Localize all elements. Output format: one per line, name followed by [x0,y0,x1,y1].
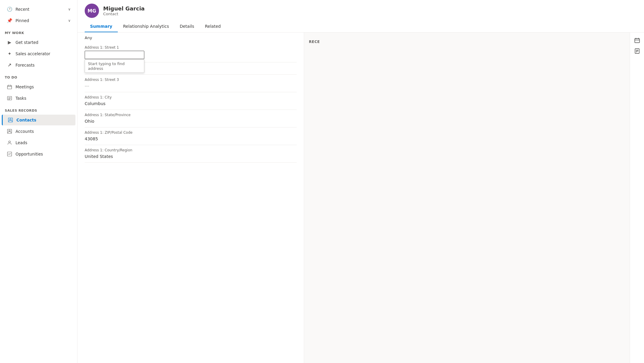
sidebar-item-meetings[interactable]: Meetings [2,81,75,92]
tasks-icon [7,95,13,101]
forecasts-icon: ↗ [7,62,13,68]
sidebar-item-contacts-label: Contacts [16,118,36,122]
sidebar-item-get-started[interactable]: ▶ Get started [2,37,75,48]
leads-icon [7,140,13,146]
svg-rect-0 [7,85,12,89]
pinned-icon: 📌 [7,18,13,24]
address1-zip-value: 43085 [85,136,297,142]
note-icon-button[interactable] [632,46,643,56]
address1-state-value: Ohio [85,118,297,124]
meetings-icon [7,84,13,90]
field-address1-city: Address 1: City Columbus [85,92,297,110]
contact-info: Miguel Garcia Contact [103,5,145,16]
avatar: MG [85,4,99,18]
field-address1-street3: Address 1: Street 3 --- [85,75,297,92]
sidebar-item-pinned-label: Pinned [16,18,29,23]
calendar-icon-button[interactable] [632,35,643,46]
any-label: Any [85,33,297,42]
address1-street3-value: --- [85,83,297,89]
chevron-down-icon: ∨ [68,19,71,23]
main-content: MG Miguel Garcia Contact Summary Relatio… [78,0,644,363]
sidebar-section-todo: To do [0,71,77,81]
sidebar-item-sales-accelerator[interactable]: ✦ Sales accelerator [2,48,75,59]
field-label-address1-zip: Address 1: ZIP/Postal Code [85,130,297,135]
autocomplete-hint: Start typing to find address [88,61,125,71]
tab-related[interactable]: Related [199,21,226,32]
field-address1-state: Address 1: State/Province Ohio [85,110,297,127]
recent-icon: 🕐 [7,6,13,12]
recent-section-label: RECE [309,37,625,46]
sidebar-item-pinned[interactable]: 📌 Pinned ∨ [2,15,75,26]
sidebar-item-tasks[interactable]: Tasks [2,93,75,104]
sidebar-item-leads[interactable]: Leads [2,137,75,148]
sidebar-item-opportunities-label: Opportunities [16,152,43,156]
sidebar-item-recent-label: Recent [16,7,30,12]
contact-header: MG Miguel Garcia Contact [85,4,637,18]
chevron-down-icon: ∨ [68,7,71,11]
sidebar-item-opportunities[interactable]: Opportunities [2,149,75,159]
opportunities-icon [7,151,13,157]
address1-country-value: United States [85,153,297,159]
svg-rect-14 [635,39,640,43]
accounts-icon [7,128,13,134]
sidebar-item-sales-accelerator-label: Sales accelerator [16,51,50,56]
sales-accelerator-icon: ✦ [7,51,13,57]
panel-right-narrow [630,33,644,363]
field-input-wrapper-street1: Start typing to find address [85,51,297,59]
tab-details[interactable]: Details [174,21,200,32]
field-address1-zip: Address 1: ZIP/Postal Code 43085 [85,127,297,145]
right-panel: RECE [304,33,630,363]
contacts-icon [7,117,13,123]
page-header: MG Miguel Garcia Contact Summary Relatio… [78,0,644,33]
svg-point-9 [10,119,11,120]
sidebar-item-meetings-label: Meetings [16,84,34,89]
tab-summary[interactable]: Summary [85,21,118,32]
sidebar-item-get-started-label: Get started [16,40,38,45]
svg-point-11 [9,130,10,132]
contact-name: Miguel Garcia [103,5,145,12]
sidebar-item-forecasts-label: Forecasts [16,63,35,67]
sidebar-section-mywork: My work [0,26,77,37]
sidebar-item-tasks-label: Tasks [16,96,26,101]
sidebar-item-leads-label: Leads [16,140,27,145]
sidebar-item-forecasts[interactable]: ↗ Forecasts [2,60,75,70]
field-label-address1-street1: Address 1: Street 1 [85,45,297,50]
contact-type: Contact [103,12,145,16]
sidebar-item-recent[interactable]: 🕐 Recent ∨ [2,4,75,15]
field-label-address1-country: Address 1: Country/Region [85,148,297,152]
sidebar-item-accounts-label: Accounts [16,129,34,134]
field-label-address1-street3: Address 1: Street 3 [85,78,297,82]
svg-point-12 [9,141,10,143]
field-label-address1-state: Address 1: State/Province [85,113,297,117]
content-area: Any Address 1: Street 1 Start typing to … [78,33,644,363]
sidebar-item-contacts[interactable]: Contacts [2,115,75,125]
form-panel: Any Address 1: Street 1 Start typing to … [78,33,304,363]
sidebar-item-accounts[interactable]: Accounts [2,126,75,137]
address1-street1-input[interactable] [85,51,144,59]
field-address1-country: Address 1: Country/Region United States [85,145,297,163]
get-started-icon: ▶ [7,39,13,45]
sidebar: 🕐 Recent ∨ 📌 Pinned ∨ My work ▶ Get star… [0,0,78,363]
sidebar-section-sales-records: Sales records [0,104,77,114]
tab-bar: Summary Relationship Analytics Details R… [85,21,637,32]
field-label-address1-city: Address 1: City [85,95,297,99]
tab-relationship-analytics[interactable]: Relationship Analytics [118,21,174,32]
address1-city-value: Columbus [85,101,297,107]
field-address1-street1: Address 1: Street 1 Start typing to find… [85,42,297,62]
address-autocomplete-dropdown: Start typing to find address [85,59,144,73]
